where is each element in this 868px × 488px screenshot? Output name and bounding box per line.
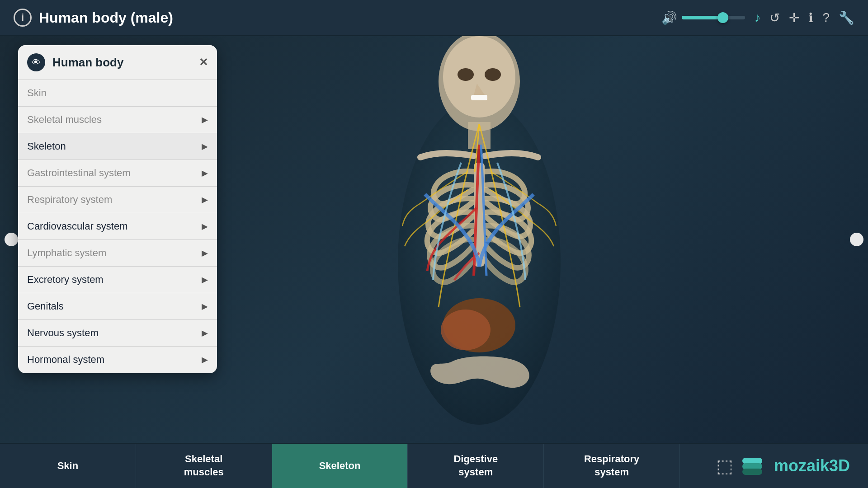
svg-point-9 bbox=[441, 310, 491, 350]
menu-panel: 👁 Human body ✕ SkinSkeletal muscles▶Skel… bbox=[18, 45, 217, 373]
move-icon[interactable]: ✛ bbox=[789, 10, 799, 25]
stack-logo bbox=[742, 458, 765, 474]
volume-icon[interactable]: 🔊 bbox=[661, 10, 677, 25]
tab-item[interactable]: Skin bbox=[0, 444, 136, 488]
tab-label: Skeletalmuscles bbox=[184, 453, 224, 479]
tab-label: Skeleton bbox=[319, 460, 361, 473]
eye-icon: 👁 bbox=[27, 53, 45, 71]
menu-item[interactable]: Nervous system▶ bbox=[18, 320, 217, 347]
bottom-tab-bar: SkinSkeletalmusclesSkeletonDigestivesyst… bbox=[0, 443, 868, 488]
volume-slider[interactable] bbox=[682, 16, 745, 19]
right-nav-dot[interactable] bbox=[850, 233, 863, 246]
tab-item[interactable]: Skeleton bbox=[272, 444, 408, 488]
menu-item-label: Skin bbox=[27, 87, 47, 99]
brand-area: ⬚ mozaik3D bbox=[680, 444, 868, 488]
menu-item-label: Skeletal muscles bbox=[27, 114, 102, 126]
reset-icon[interactable]: ↺ bbox=[769, 10, 780, 25]
menu-item-label: Skeleton bbox=[27, 141, 66, 152]
menu-item-arrow: ▶ bbox=[202, 355, 208, 365]
menu-header: 👁 Human body ✕ bbox=[18, 45, 217, 80]
menu-item-label: Nervous system bbox=[27, 327, 99, 339]
menu-item-arrow: ▶ bbox=[202, 115, 208, 125]
svg-point-3 bbox=[458, 68, 474, 81]
settings-icon[interactable]: 🔧 bbox=[839, 10, 854, 25]
brand-name: mozaik3D bbox=[774, 456, 850, 475]
menu-close-button[interactable]: ✕ bbox=[199, 56, 208, 69]
menu-item[interactable]: Gastrointestinal system▶ bbox=[18, 160, 217, 187]
tabs-container: SkinSkeletalmusclesSkeletonDigestivesyst… bbox=[0, 444, 680, 488]
tab-item[interactable]: Skeletalmuscles bbox=[136, 444, 272, 488]
tab-item[interactable]: Respiratorysystem bbox=[544, 444, 680, 488]
menu-item-label: Gastrointestinal system bbox=[27, 167, 131, 179]
menu-item-label: Respiratory system bbox=[27, 194, 112, 206]
tab-item[interactable]: Digestivesystem bbox=[408, 444, 544, 488]
main-area: 👁 Human body ✕ SkinSkeletal muscles▶Skel… bbox=[0, 36, 868, 443]
volume-control: 🔊 bbox=[661, 10, 745, 25]
menu-item[interactable]: Genitals▶ bbox=[18, 293, 217, 320]
tab-label: Respiratorysystem bbox=[584, 453, 639, 479]
menu-item[interactable]: Excretory system▶ bbox=[18, 267, 217, 293]
menu-item-arrow: ▶ bbox=[202, 221, 208, 231]
menu-item-arrow: ▶ bbox=[202, 328, 208, 338]
menu-title: Human body bbox=[52, 56, 192, 70]
menu-item-arrow: ▶ bbox=[202, 168, 208, 178]
volume-knob[interactable] bbox=[717, 12, 728, 23]
svg-point-4 bbox=[485, 68, 501, 81]
volume-fill bbox=[682, 16, 723, 19]
menu-item[interactable]: Lymphatic system▶ bbox=[18, 240, 217, 267]
svg-point-2 bbox=[443, 36, 515, 117]
menu-item[interactable]: Cardiovascular system▶ bbox=[18, 213, 217, 240]
menu-item[interactable]: Skeletal muscles▶ bbox=[18, 107, 217, 133]
app-title: Human body (male) bbox=[39, 9, 173, 26]
menu-item-label: Genitals bbox=[27, 300, 64, 312]
menu-item-arrow: ▶ bbox=[202, 275, 208, 285]
vr-icon[interactable]: ⬚ bbox=[716, 455, 733, 476]
menu-item[interactable]: Skin bbox=[18, 80, 217, 107]
help-icon[interactable]: ? bbox=[822, 10, 830, 25]
menu-item-label: Hormonal system bbox=[27, 354, 104, 366]
menu-item-arrow: ▶ bbox=[202, 301, 208, 311]
info-icon[interactable]: ℹ bbox=[808, 10, 813, 25]
stack-layer-3 bbox=[742, 469, 762, 475]
brand-name-accent: 3D bbox=[829, 456, 850, 475]
menu-item[interactable]: Hormonal system▶ bbox=[18, 347, 217, 373]
menu-item-label: Excretory system bbox=[27, 274, 104, 286]
menu-item-arrow: ▶ bbox=[202, 248, 208, 258]
app-header: i Human body (male) 🔊 ♪ ↺ ✛ ℹ ? 🔧 bbox=[0, 0, 868, 36]
music-icon[interactable]: ♪ bbox=[754, 10, 760, 25]
menu-item-arrow: ▶ bbox=[202, 195, 208, 205]
menu-item-label: Lymphatic system bbox=[27, 247, 106, 259]
header-right: 🔊 ♪ ↺ ✛ ℹ ? 🔧 bbox=[661, 10, 854, 25]
title-icon: i bbox=[14, 9, 32, 27]
menu-items-list: SkinSkeletal muscles▶Skeleton▶Gastrointe… bbox=[18, 80, 217, 373]
menu-item[interactable]: Respiratory system▶ bbox=[18, 187, 217, 213]
brand-name-plain: mozaik bbox=[774, 456, 829, 475]
tab-label: Digestivesystem bbox=[453, 453, 498, 479]
header-left: i Human body (male) bbox=[14, 9, 173, 27]
menu-item-arrow: ▶ bbox=[202, 141, 208, 151]
menu-item[interactable]: Skeleton▶ bbox=[18, 133, 217, 160]
menu-item-label: Cardiovascular system bbox=[27, 221, 128, 232]
svg-rect-5 bbox=[471, 95, 487, 100]
left-nav-dot[interactable] bbox=[5, 233, 18, 246]
tab-label: Skin bbox=[57, 460, 78, 473]
